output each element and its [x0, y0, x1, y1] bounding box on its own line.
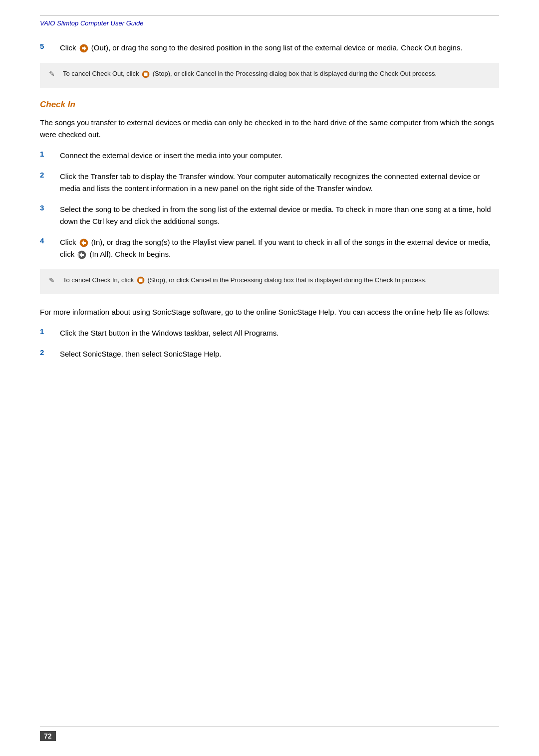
checkin-step-number-2: 2: [40, 171, 60, 179]
svg-rect-12: [139, 279, 142, 282]
out-icon: [79, 44, 88, 53]
checkin-step-number-3: 3: [40, 203, 60, 212]
note-pencil-icon-2: ✎: [49, 276, 59, 285]
step4-text-after: (In All). Check In begins.: [90, 250, 171, 258]
note-checkout-text2: (Stop), or click Cancel in the Processin…: [153, 70, 437, 77]
sonicstage-step-2-text: Select SonicStage, then select SonicStag…: [60, 348, 499, 360]
step-5: 5 Click (Out), or drag the song to the d…: [40, 42, 499, 54]
svg-text:✎: ✎: [49, 276, 55, 284]
checkin-step-1: 1 Connect the external device or insert …: [40, 150, 499, 162]
step-5-text: Click (Out), or drag the song to the des…: [60, 42, 499, 54]
checkin-step-4-text: Click (In), or drag the song(s) to the P…: [60, 236, 499, 260]
step-number-5: 5: [40, 42, 60, 50]
sonicstage-step-1: 1 Click the Start button in the Windows …: [40, 327, 499, 339]
checkin-step-2: 2 Click the Transfer tab to display the …: [40, 171, 499, 194]
checkin-step-1-text: Connect the external device or insert th…: [60, 150, 499, 162]
sonicstage-step-2: 2 Select SonicStage, then select SonicSt…: [40, 348, 499, 360]
stop-icon-checkin: [137, 276, 145, 284]
checkin-step-2-text: Click the Transfer tab to display the Tr…: [60, 171, 499, 194]
note-icon-col: ✎: [49, 69, 63, 82]
note-checkin: ✎ To cancel Check In, click (Stop), or c…: [40, 269, 499, 294]
checkin-heading: Check In: [40, 100, 499, 110]
top-border: [40, 15, 499, 15]
note-checkout: ✎ To cancel Check Out, click (Stop), or …: [40, 63, 499, 88]
svg-text:✎: ✎: [49, 70, 55, 78]
bottom-border: [40, 727, 499, 727]
footer: 72: [40, 717, 499, 741]
in-all-icon: [77, 250, 86, 259]
note-checkout-text: To cancel Check Out, click (Stop), or cl…: [63, 69, 490, 79]
note-checkin-text: To cancel Check In, click (Stop), or cli…: [63, 275, 490, 286]
header-title: VAIO Slimtop Computer User Guide: [40, 19, 499, 27]
note-pencil-icon: ✎: [49, 69, 59, 78]
note-checkin-text2: (Stop), or click Cancel in the Processin…: [148, 276, 427, 284]
step5-text-before: Click: [60, 43, 76, 52]
step5-text-middle: (Out), or drag the song to the desired p…: [91, 43, 463, 52]
page-number: 72: [40, 731, 56, 741]
stop-icon-checkout: [142, 70, 150, 78]
in-icon: [79, 238, 88, 247]
page: VAIO Slimtop Computer User Guide 5 Click…: [0, 0, 539, 756]
sonicstage-step-number-2: 2: [40, 348, 60, 357]
checkin-intro: The songs you transfer to external devic…: [40, 117, 499, 141]
checkin-step-3-text: Select the song to be checked in from th…: [60, 203, 499, 227]
checkin-step-number-1: 1: [40, 150, 60, 158]
sonicstage-step-1-text: Click the Start button in the Windows ta…: [60, 327, 499, 339]
note-checkout-text1: To cancel Check Out, click: [63, 70, 139, 77]
sonicstage-info: For more information about using SonicSt…: [40, 306, 499, 318]
note-checkin-icon-col: ✎: [49, 275, 63, 288]
checkin-step-3: 3 Select the song to be checked in from …: [40, 203, 499, 227]
svg-rect-4: [144, 72, 148, 76]
checkin-step-4: 4 Click (In), or drag the song(s) to the…: [40, 236, 499, 260]
checkin-step-number-4: 4: [40, 236, 60, 245]
note-checkin-text1: To cancel Check In, click: [63, 276, 134, 284]
step4-text-before: Click: [60, 238, 76, 246]
sonicstage-step-number-1: 1: [40, 327, 60, 336]
